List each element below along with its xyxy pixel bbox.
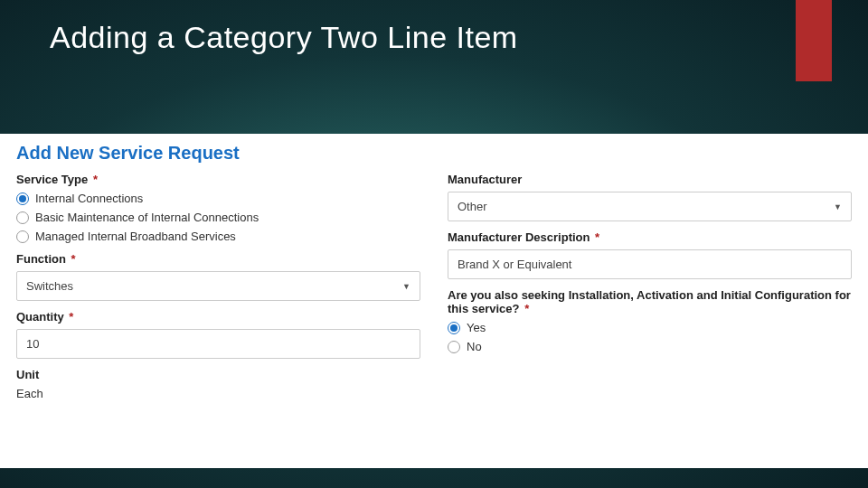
quantity-label: Quantity * [16, 310, 420, 324]
radio-label: Yes [467, 321, 486, 334]
accent-bar [796, 0, 832, 81]
service-type-option-basic-maintenance[interactable]: Basic Maintenance of Internal Connection… [16, 211, 420, 224]
function-select[interactable]: Switches ▼ [16, 271, 420, 301]
function-value: Switches [26, 279, 73, 293]
service-type-label-text: Service Type [16, 173, 88, 186]
manufacturer-desc-label-text: Manufacturer Description [448, 230, 590, 244]
unit-value: Each [16, 387, 420, 400]
slide-title: Adding a Category Two Line Item [50, 20, 518, 55]
required-marker: * [93, 173, 98, 186]
manufacturer-label: Manufacturer [448, 173, 852, 186]
service-type-label: Service Type * [16, 173, 420, 186]
service-type-option-managed-broadband[interactable]: Managed Internal Broadband Services [16, 230, 420, 243]
chevron-down-icon: ▼ [834, 202, 842, 211]
quantity-label-text: Quantity [16, 310, 64, 324]
function-label-text: Function [16, 252, 66, 266]
unit-label: Unit [16, 368, 420, 381]
chevron-down-icon: ▼ [402, 282, 410, 291]
installation-option-no[interactable]: No [448, 340, 852, 353]
manufacturer-desc-input[interactable]: Brand X or Equivalent [448, 249, 852, 279]
radio-icon [16, 211, 29, 224]
radio-icon [16, 192, 29, 205]
quantity-value: 10 [26, 337, 39, 351]
service-type-option-internal-connections[interactable]: Internal Connections [16, 192, 420, 205]
installation-option-yes[interactable]: Yes [448, 321, 852, 334]
installation-question-text: Are you also seeking Installation, Activ… [448, 288, 851, 315]
radio-label: Managed Internal Broadband Services [35, 230, 236, 243]
radio-icon [448, 341, 460, 353]
manufacturer-value: Other [458, 200, 487, 213]
radio-label: No [467, 340, 482, 353]
radio-label: Basic Maintenance of Internal Connection… [35, 211, 259, 224]
radio-icon [448, 322, 460, 334]
manufacturer-desc-label: Manufacturer Description * [448, 230, 852, 244]
installation-question-label: Are you also seeking Installation, Activ… [448, 288, 852, 315]
manufacturer-select[interactable]: Other ▼ [448, 192, 852, 221]
manufacturer-desc-value: Brand X or Equivalent [458, 258, 571, 271]
installation-radio-group: Yes No [448, 321, 852, 353]
form-left-column: Service Type * Internal Connections Basi… [16, 173, 420, 400]
radio-label: Internal Connections [35, 192, 143, 205]
form-panel: Add New Service Request Service Type * I… [0, 134, 868, 468]
required-marker: * [595, 230, 599, 244]
required-marker: * [524, 302, 529, 315]
form-right-column: Manufacturer Other ▼ Manufacturer Descri… [448, 173, 852, 400]
radio-icon [16, 230, 29, 243]
required-marker: * [71, 252, 76, 266]
quantity-input[interactable]: 10 [16, 329, 420, 359]
required-marker: * [69, 310, 73, 324]
service-type-radio-group: Internal Connections Basic Maintenance o… [16, 192, 420, 243]
function-label: Function * [16, 252, 420, 266]
form-title: Add New Service Request [16, 143, 852, 164]
